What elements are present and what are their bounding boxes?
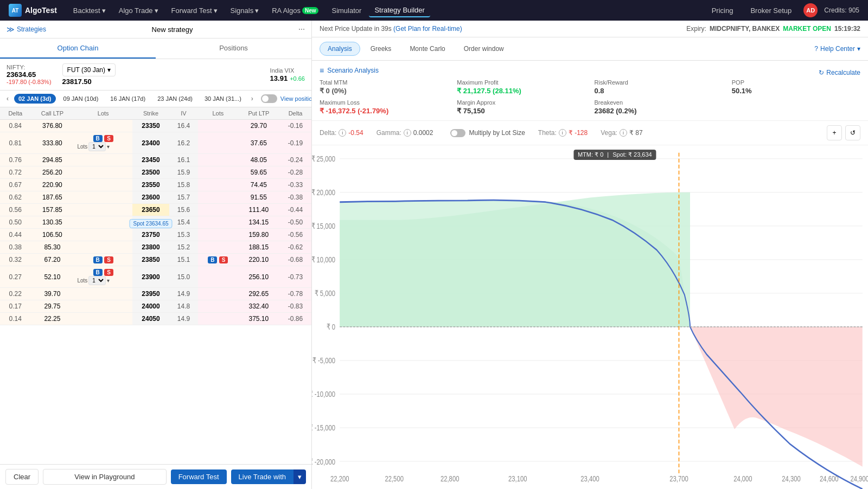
chart-tooltip: MTM: ₹ 0 | Spot: ₹ 23,634	[573, 150, 656, 160]
call-ltp: 294.85	[30, 154, 74, 166]
analysis-tabs: Analysis Greeks Monte Carlo Order window…	[312, 37, 868, 61]
put-delta: -0.24	[279, 154, 311, 166]
nav-algo-trade[interactable]: Algo Trade ▾	[113, 4, 164, 17]
call-lots-select[interactable]: 1	[88, 276, 106, 285]
call-lots-select[interactable]: 1	[88, 142, 106, 151]
metric-total-mtm-val: ₹ 0 (0%)	[320, 87, 448, 95]
svg-text:24,000: 24,000	[733, 474, 752, 484]
futures-block: FUT (30 Jan) ▾ 23817.50	[62, 63, 259, 86]
call-delta: 0.81	[0, 132, 30, 154]
theta-info-icon[interactable]: i	[559, 129, 566, 137]
put-buy-btn[interactable]: B	[208, 256, 217, 263]
help-center-link[interactable]: ? Help Center ▾	[814, 45, 860, 53]
futures-dropdown[interactable]: FUT (30 Jan) ▾	[62, 63, 116, 76]
main-layout: ≫ Strategies New strategy ⋯ Option Chain…	[0, 21, 868, 489]
nav-pricing[interactable]: Pricing	[706, 4, 739, 17]
call-lots-cell	[74, 166, 132, 179]
iv-cell: 15.6	[169, 204, 198, 216]
call-sell-btn[interactable]: S	[104, 269, 113, 276]
call-delta: 0.67	[0, 179, 30, 191]
recalculate-btn[interactable]: ↻ Recalculate	[819, 69, 860, 76]
date-chip-2[interactable]: 16 JAN (17d)	[106, 94, 150, 104]
logo-icon: AT	[9, 4, 22, 17]
nav-signals[interactable]: Signals ▾	[225, 4, 265, 17]
iv-cell: 16.2	[169, 132, 198, 154]
tooltip-mtm: MTM: ₹ 0	[578, 151, 603, 158]
put-ltp: 134.15	[238, 216, 279, 229]
tab-monte-carlo[interactable]: Monte Carlo	[401, 42, 453, 56]
call-lots-cell	[74, 154, 132, 166]
time-display: 15:19:32	[834, 25, 860, 33]
date-next-arrow[interactable]: ›	[249, 94, 256, 104]
reset-chart-btn[interactable]: ↺	[845, 125, 860, 140]
put-delta: -0.73	[279, 266, 311, 288]
metric-breakeven: Breakeven 23682 (0.2%)	[595, 99, 723, 115]
forward-test-button[interactable]: Forward Test	[171, 469, 227, 484]
get-plan-link[interactable]: (Get Plan for Real-time)	[393, 25, 462, 33]
tab-option-chain[interactable]: Option Chain	[0, 38, 156, 59]
table-row: 0.3267.20B S2385015.1B S220.10-0.68	[0, 254, 311, 266]
iv-cell: 16.4	[169, 120, 198, 132]
metrics-grid: Total MTM ₹ 0 (0%) Maximum Profit ₹ 21,1…	[320, 79, 860, 115]
call-lots-cell	[74, 216, 132, 229]
date-chip-0[interactable]: 02 JAN (3d)	[14, 94, 56, 104]
more-options-icon[interactable]: ⋯	[298, 25, 305, 33]
metric-margin-val: ₹ 75,150	[457, 107, 585, 115]
put-delta: -0.83	[279, 300, 311, 313]
zoom-in-btn[interactable]: +	[827, 125, 842, 140]
nav-ra-algos[interactable]: RA Algos New	[266, 4, 324, 17]
view-playground-button[interactable]: View in Playground	[43, 469, 167, 485]
call-buy-btn[interactable]: B	[93, 256, 103, 263]
tab-positions[interactable]: Positions	[156, 38, 311, 59]
table-row: 0.1729.752400014.8332.40-0.83	[0, 300, 311, 313]
call-sell-btn[interactable]: S	[104, 135, 113, 142]
multiply-lot-toggle[interactable]	[450, 129, 465, 137]
nav-simulator[interactable]: Simulator	[326, 4, 367, 17]
date-chip-1[interactable]: 09 JAN (10d)	[59, 94, 103, 104]
put-sell-btn[interactable]: S	[219, 256, 228, 263]
table-row: 0.81333.80B SLots 1 ▾2340016.237.65-0.19	[0, 132, 311, 154]
call-buy-btn[interactable]: B	[93, 269, 103, 276]
tab-analysis[interactable]: Analysis	[320, 42, 360, 56]
expiry-info: Expiry: MIDCPNIFTY, BANKEX MARKET OPEN 1…	[686, 25, 860, 33]
strike-cell: 23500	[132, 166, 169, 179]
call-lots-cell: B S	[74, 254, 132, 266]
table-row: 0.76294.852345016.148.05-0.24	[0, 154, 311, 166]
iv-cell: 15.1	[169, 254, 198, 266]
table-row: 0.72256.202350015.959.65-0.28	[0, 166, 311, 179]
nav-forward-test[interactable]: Forward Test ▾	[166, 4, 223, 17]
vega-info-icon[interactable]: i	[620, 129, 627, 137]
date-prev-arrow[interactable]: ‹	[4, 94, 11, 104]
call-delta: 0.27	[0, 266, 30, 288]
strategies-link[interactable]: ≫ Strategies	[7, 25, 46, 34]
clear-button[interactable]: Clear	[5, 469, 39, 485]
date-chip-3[interactable]: 23 JAN (24d)	[153, 94, 197, 104]
live-trade-button[interactable]: Live Trade with	[231, 469, 293, 484]
tab-order-window[interactable]: Order window	[456, 42, 512, 56]
positions-toggle[interactable]	[261, 94, 277, 103]
call-sell-btn[interactable]: S	[104, 256, 113, 263]
iv-cell: 14.9	[169, 288, 198, 300]
delta-info-icon[interactable]: i	[339, 129, 346, 137]
put-ltp: 74.45	[238, 179, 279, 191]
gamma-info-icon[interactable]: i	[404, 129, 411, 137]
svg-text:₹ 20,000: ₹ 20,000	[312, 188, 335, 197]
nav-backtest[interactable]: Backtest ▾	[68, 4, 111, 17]
nav-broker-setup[interactable]: Broker Setup	[745, 4, 797, 17]
call-ltp: 220.90	[30, 179, 74, 191]
metric-max-loss: Maximum Loss ₹ -16,372.5 (-21.79%)	[320, 99, 448, 115]
put-delta: -0.86	[279, 313, 311, 325]
view-positions-link[interactable]: View positions	[280, 95, 311, 102]
call-buy-btn[interactable]: B	[93, 135, 103, 142]
svg-text:₹ -15,000: ₹ -15,000	[312, 423, 335, 433]
call-ltp: 256.20	[30, 166, 74, 179]
nav-strategy-builder[interactable]: Strategy Builder	[369, 4, 430, 17]
payoff-chart[interactable]: ₹ 25,000 ₹ 20,000 ₹ 15,000 ₹ 10,000 ₹ 5,…	[312, 145, 868, 489]
put-delta: -0.33	[279, 179, 311, 191]
date-chip-4[interactable]: 30 JAN (31...)	[200, 94, 246, 104]
logo: AT AlgoTest	[9, 4, 57, 17]
put-lots-cell	[198, 191, 238, 204]
strike-cell: 23550	[132, 179, 169, 191]
live-trade-dropdown[interactable]: ▾	[293, 469, 306, 484]
tab-greeks[interactable]: Greeks	[362, 42, 400, 56]
